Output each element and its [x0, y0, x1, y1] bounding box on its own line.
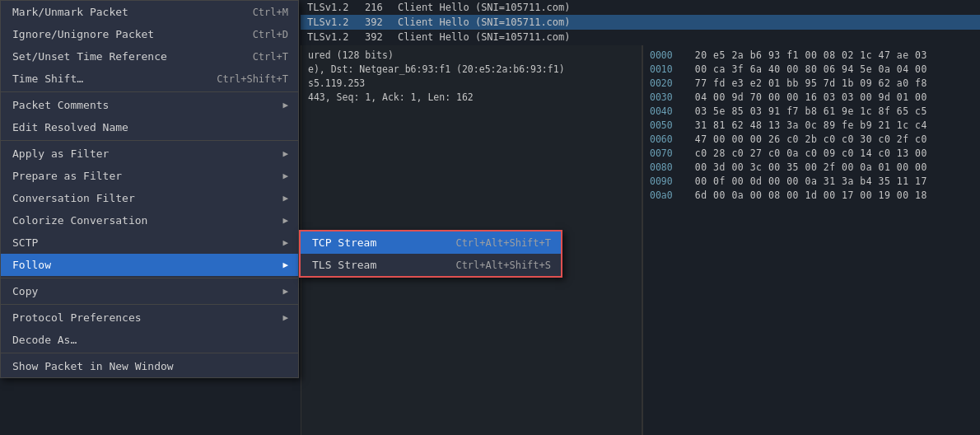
- detail-line: 443, Seq: 1, Ack: 1, Len: 162: [308, 91, 635, 105]
- menu-item-label: Follow: [12, 259, 279, 271]
- submenu-item-label: TLS Stream: [312, 259, 439, 271]
- menu-item-label: Show Packet in New Window: [12, 360, 288, 372]
- hex-row: 00a0 6d 00 0a 00 08 00 1d 00 17 00 19 00…: [650, 189, 973, 203]
- hex-row: 0090 00 0f 00 0d 00 00 0a 31 3a b4 35 11…: [650, 175, 973, 189]
- menu-item-label: Protocol Preferences: [12, 311, 279, 324]
- menu-item-packet-comments[interactable]: Packet Comments▶: [1, 94, 298, 116]
- menu-item-decode-as[interactable]: Decode As…: [1, 329, 298, 351]
- menu-item-time-shift[interactable]: Time Shift…Ctrl+Shift+T: [1, 68, 298, 90]
- hex-row: 0010 00 ca 3f 6a 40 00 80 06 94 5e 0a 04…: [650, 63, 973, 77]
- menu-separator: [1, 140, 298, 141]
- packet-row[interactable]: TLSv1.2 216 Client Hello (SNI=105711.com…: [301, 0, 980, 15]
- packet-row[interactable]: TLSv1.2 392 Client Hello (SNI=105711.com…: [301, 15, 980, 30]
- hex-row: 0020 77 fd e3 e2 01 bb 95 7d 1b 09 62 a0…: [650, 77, 973, 91]
- menu-item-sctp[interactable]: SCTP▶: [1, 232, 298, 254]
- submenu-arrow-icon: ▶: [282, 286, 288, 297]
- submenu-item-tls-stream[interactable]: TLS StreamCtrl+Alt+Shift+S: [301, 254, 561, 276]
- context-menu: Mark/Unmark PacketCtrl+MIgnore/Unignore …: [0, 0, 299, 378]
- menu-item-apply-as-filter[interactable]: Apply as Filter▶: [1, 143, 298, 165]
- menu-item-shortcut: Ctrl+D: [253, 29, 288, 40]
- menu-separator: [1, 91, 298, 92]
- hex-row: 0000 20 e5 2a b6 93 f1 00 08 02 1c 47 ae…: [650, 49, 973, 63]
- packet-row[interactable]: TLSv1.2 392 Client Hello (SNI=105711.com…: [301, 30, 980, 44]
- submenu-arrow-icon: ▶: [282, 237, 288, 248]
- menu-item-label: Conversation Filter: [12, 192, 279, 204]
- menu-item-label: Mark/Unmark Packet: [12, 6, 236, 18]
- menu-item-edit-resolved-name[interactable]: Edit Resolved Name: [1, 116, 298, 138]
- menu-item-label: Ignore/Unignore Packet: [12, 28, 236, 40]
- menu-item-label: Decode As…: [12, 334, 288, 346]
- menu-item-follow[interactable]: Follow▶: [1, 254, 298, 276]
- submenu-arrow-icon: ▶: [282, 171, 288, 181]
- hex-row: 0040 03 5e 85 03 91 f7 b8 61 9e 1c 8f 65…: [650, 105, 973, 119]
- menu-item-conversation-filter[interactable]: Conversation Filter▶: [1, 187, 298, 209]
- detail-line: e), Dst: Netgear_b6:93:f1 (20:e5:2a:b6:9…: [308, 63, 635, 77]
- menu-separator: [1, 304, 298, 305]
- menu-item-set-unset-time[interactable]: Set/Unset Time ReferenceCtrl+T: [1, 45, 298, 68]
- menu-item-show-packet-new-window[interactable]: Show Packet in New Window: [1, 355, 298, 377]
- menu-item-ignore-unignore[interactable]: Ignore/Unignore PacketCtrl+D: [1, 23, 298, 45]
- menu-item-shortcut: Ctrl+Shift+T: [217, 73, 288, 85]
- menu-item-label: Set/Unset Time Reference: [12, 50, 236, 63]
- menu-item-label: Copy: [12, 285, 279, 297]
- menu-item-label: Packet Comments: [12, 99, 279, 111]
- submenu-arrow-icon: ▶: [282, 215, 288, 226]
- detail-line: s5.119.253: [308, 77, 635, 91]
- submenu-arrow-icon: ▶: [282, 148, 288, 159]
- hex-row: 0060 47 00 00 00 26 c0 2b c0 c0 30 c0 2f…: [650, 133, 973, 147]
- menu-separator: [1, 278, 298, 278]
- hex-row: 0070 c0 28 c0 27 c0 0a c0 09 c0 14 c0 13…: [650, 147, 973, 161]
- menu-item-shortcut: Ctrl+T: [253, 51, 288, 63]
- hex-row: 0030 04 00 9d 70 00 00 16 03 03 00 9d 01…: [650, 91, 973, 105]
- menu-item-label: Prepare as Filter: [12, 170, 279, 182]
- submenu-item-label: TCP Stream: [312, 236, 439, 249]
- hex-dump: 0000 20 e5 2a b6 93 f1 00 08 02 1c 47 ae…: [642, 45, 980, 435]
- submenu-item-shortcut: Ctrl+Alt+Shift+T: [455, 237, 551, 249]
- submenu-item-tcp-stream[interactable]: TCP StreamCtrl+Alt+Shift+T: [301, 232, 561, 254]
- submenu-arrow-icon: ▶: [282, 100, 288, 110]
- submenu-item-shortcut: Ctrl+Alt+Shift+S: [455, 260, 551, 271]
- submenu-arrow-icon: ▶: [282, 193, 288, 203]
- hex-row: 0050 31 81 62 48 13 3a 0c 89 fe b9 21 1c…: [650, 119, 973, 133]
- menu-item-prepare-as-filter[interactable]: Prepare as Filter▶: [1, 165, 298, 187]
- submenu-arrow-icon: ▶: [282, 312, 288, 323]
- menu-item-mark-unmark[interactable]: Mark/Unmark PacketCtrl+M: [1, 1, 298, 23]
- menu-item-label: Time Shift…: [12, 72, 200, 85]
- packet-list: TLSv1.2 216 Client Hello (SNI=105711.com…: [301, 0, 980, 45]
- menu-item-label: SCTP: [12, 236, 279, 249]
- menu-item-label: Edit Resolved Name: [12, 121, 288, 133]
- hex-row: 0080 00 3d 00 3c 00 35 00 2f 00 0a 01 00…: [650, 161, 973, 175]
- follow-submenu: TCP StreamCtrl+Alt+Shift+TTLS StreamCtrl…: [299, 230, 562, 278]
- menu-separator: [1, 353, 298, 353]
- menu-item-label: Apply as Filter: [12, 147, 279, 160]
- menu-item-shortcut: Ctrl+M: [253, 7, 288, 18]
- menu-item-copy[interactable]: Copy▶: [1, 280, 298, 302]
- submenu-arrow-icon: ▶: [282, 260, 288, 270]
- menu-item-colorize-conversation[interactable]: Colorize Conversation▶: [1, 209, 298, 232]
- menu-item-label: Colorize Conversation: [12, 214, 279, 227]
- detail-line: ured (128 bits): [308, 49, 635, 63]
- menu-item-protocol-preferences[interactable]: Protocol Preferences▶: [1, 306, 298, 329]
